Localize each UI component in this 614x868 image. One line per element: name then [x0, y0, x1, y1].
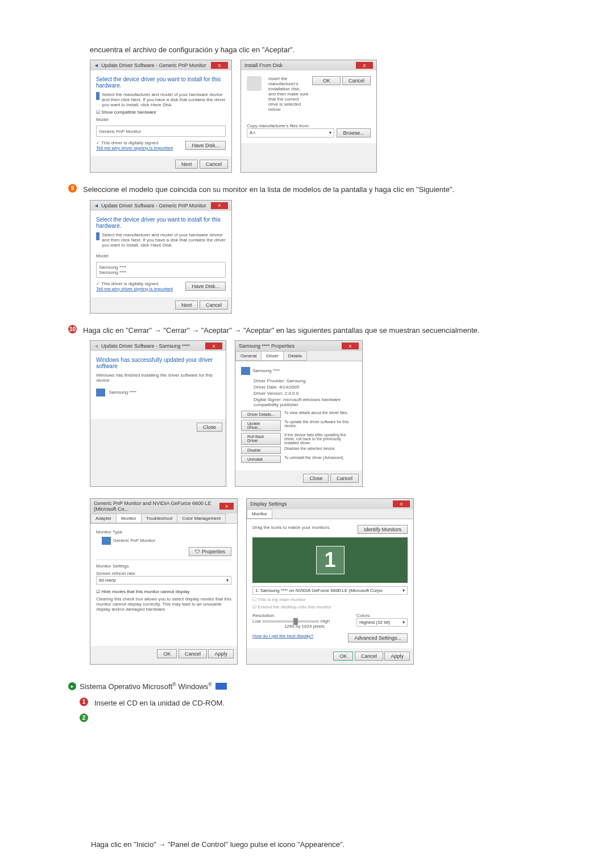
- step-10: 10 Haga clic en "Cerrar" → "Cerrar" → "A…: [68, 325, 546, 336]
- model-label: Model: [96, 253, 226, 258]
- success-header: Windows has successfully updated your dr…: [96, 357, 220, 369]
- step-9-text: Seleccione el modelo que coincida con su…: [83, 184, 546, 195]
- tab-color[interactable]: Color Management: [177, 514, 226, 523]
- arrow-icon: ▸: [68, 682, 76, 690]
- tab-general[interactable]: General: [235, 351, 262, 361]
- back-icon[interactable]: ◄: [94, 203, 99, 208]
- step-number-2: 2: [80, 713, 88, 722]
- monitor-icon: [96, 389, 105, 397]
- close-icon[interactable]: X: [211, 202, 228, 209]
- cancel-button[interactable]: Cancel: [355, 652, 383, 661]
- next-button[interactable]: Next: [175, 301, 198, 310]
- dialog-desc: Select the manufacturer and model of you…: [102, 232, 226, 248]
- model-list[interactable]: Samsung **** Samsung ****: [96, 262, 226, 278]
- window-display-settings: Display Settings X Monitor Drag the icon…: [246, 498, 414, 665]
- step-9: 9 Seleccione el modelo que coincida con …: [68, 184, 546, 195]
- step-1-text: Inserte el CD en la unidad de CD-ROM.: [94, 698, 546, 709]
- tab-driver[interactable]: Driver: [261, 351, 283, 361]
- close-icon[interactable]: X: [205, 343, 222, 349]
- section-header: ▸ Sistema Operativo Microsoft® Windows®: [68, 682, 546, 691]
- resolution-label: Resolution:: [252, 613, 356, 618]
- extend-checkbox[interactable]: ☑ Extend the desktop onto this monitor: [252, 604, 408, 610]
- show-compatible-checkbox[interactable]: ☑ Show compatible hardware: [96, 110, 226, 115]
- cancel-button[interactable]: Cancel: [179, 649, 207, 658]
- monitor-icon: [96, 92, 99, 100]
- ok-button[interactable]: OK: [333, 652, 353, 661]
- monitor-icon: [241, 367, 250, 375]
- step-2: 2: [80, 713, 546, 722]
- copy-label: Copy manufacturer's files from:: [247, 123, 371, 128]
- ok-button[interactable]: OK: [157, 649, 177, 658]
- window-install-from-disk: Install From Disk X Insert the manufactu…: [240, 60, 377, 173]
- refresh-label: Screen refresh rate:: [96, 571, 231, 576]
- close-icon[interactable]: X: [219, 503, 234, 510]
- dialog-desc: Select the manufacturer and model of you…: [102, 92, 226, 107]
- window-success: ◄ Update Driver Software - Samsung **** …: [90, 340, 226, 487]
- close-icon[interactable]: X: [342, 343, 359, 349]
- close-button[interactable]: Close: [303, 474, 329, 483]
- cancel-button[interactable]: Cancel: [342, 76, 371, 85]
- drag-label: Drag the icons to match your monitors.: [252, 525, 330, 534]
- screenshot-row-2: ◄ Update Driver Software - Generic PnP M…: [90, 200, 546, 314]
- update-driver-button[interactable]: Update Driver...: [241, 420, 281, 431]
- next-button[interactable]: Next: [175, 160, 198, 169]
- tab-adapter[interactable]: Adapter: [90, 514, 117, 523]
- resolution-slider[interactable]: [262, 620, 319, 623]
- signed-label: ✓ This driver is digitally signed.: [96, 281, 173, 286]
- path-dropdown[interactable]: A:\▾: [247, 128, 334, 137]
- browse-button[interactable]: Browse...: [337, 128, 371, 137]
- apply-button[interactable]: Apply: [208, 649, 234, 658]
- cancel-button[interactable]: Cancel: [200, 160, 228, 169]
- hide-modes-checkbox[interactable]: ☑ Hide modes that this monitor cannot di…: [96, 589, 231, 594]
- apply-button[interactable]: Apply: [384, 652, 410, 661]
- install-text: Insert the manufacturer's installation d…: [268, 76, 309, 112]
- driver-details-button[interactable]: Driver Details...: [241, 411, 281, 418]
- window-title: Samsung **** Properties: [239, 343, 294, 349]
- colors-dropdown[interactable]: Highest (32 bit)▾: [356, 618, 408, 627]
- window-properties: Samsung **** Properties X General Driver…: [235, 340, 363, 487]
- success-desc: Windows has finished installing the driv…: [96, 373, 220, 383]
- signing-link[interactable]: Tell me why driver signing is important: [96, 145, 173, 151]
- close-icon[interactable]: X: [356, 62, 373, 69]
- tab-troubleshoot[interactable]: Troubleshoot: [141, 514, 177, 523]
- screenshot-row-3: ◄ Update Driver Software - Samsung **** …: [90, 340, 546, 487]
- rollback-button[interactable]: Roll Back Driver: [241, 433, 281, 445]
- back-icon[interactable]: ◄: [94, 343, 99, 349]
- ok-button[interactable]: OK: [312, 76, 341, 85]
- monitor-dropdown[interactable]: 1. Samsung **** on NVIDIA GeForce 6600 L…: [252, 586, 408, 595]
- step-10-text: Haga clic en "Cerrar" → "Cerrar" → "Acep…: [83, 325, 546, 336]
- close-button[interactable]: Close: [197, 423, 222, 432]
- cancel-button[interactable]: Cancel: [200, 301, 228, 310]
- have-disk-button[interactable]: Have Disk...: [185, 141, 226, 150]
- monitor-1-icon[interactable]: 1: [316, 546, 345, 574]
- tab-details[interactable]: Details: [283, 351, 307, 361]
- monitor-type-label: Monitor Type: [96, 529, 231, 535]
- model-list[interactable]: Generic PnP Monitor: [96, 126, 226, 137]
- tab-monitor[interactable]: Monitor: [116, 514, 142, 523]
- window-generic-monitor: Generic PnP Monitor and NVIDIA GeForce 6…: [90, 498, 238, 665]
- monitor-preview[interactable]: 1: [252, 537, 408, 583]
- close-icon[interactable]: X: [211, 62, 228, 69]
- close-icon[interactable]: X: [393, 500, 410, 507]
- screenshot-row-4: Generic PnP Monitor and NVIDIA GeForce 6…: [90, 498, 546, 665]
- disk-icon: [247, 76, 262, 91]
- window-title: Generic PnP Monitor and NVIDIA GeForce 6…: [94, 500, 219, 512]
- best-display-link[interactable]: How do I get the best display?: [252, 633, 313, 642]
- main-monitor-checkbox[interactable]: ☐ This is my main monitor: [252, 597, 408, 602]
- window-title: Update Driver Software - Samsung ****: [99, 343, 205, 349]
- have-disk-button[interactable]: Have Disk...: [185, 282, 226, 291]
- advanced-button[interactable]: Advanced Settings...: [348, 633, 408, 642]
- disable-button[interactable]: Disable: [241, 446, 281, 454]
- signing-link[interactable]: Tell me why driver signing is important: [96, 286, 173, 291]
- cancel-button[interactable]: Cancel: [330, 474, 359, 483]
- back-icon[interactable]: ◄: [94, 62, 99, 68]
- monitor-settings-label: Monitor Settings: [96, 564, 231, 569]
- window-title: Update Driver Software - Generic PnP Mon…: [99, 203, 211, 208]
- properties-button[interactable]: 🛡 Properties: [189, 547, 231, 556]
- tab-monitor[interactable]: Monitor: [247, 509, 272, 519]
- refresh-dropdown[interactable]: 60 Hertz▾: [96, 576, 231, 585]
- uninstall-button[interactable]: Uninstall: [241, 456, 281, 463]
- model-label: Model: [96, 117, 226, 122]
- windows-logo-icon: [215, 683, 227, 690]
- identify-button[interactable]: Identify Monitors: [358, 525, 408, 534]
